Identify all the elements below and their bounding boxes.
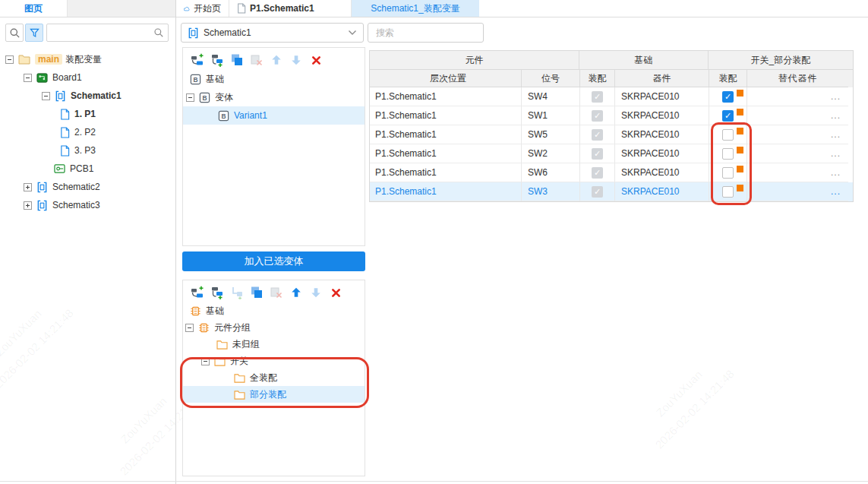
add-child-group-icon[interactable] [210, 286, 224, 299]
group-item-partial-assembly[interactable]: 部分装配 [183, 386, 365, 403]
variant-assemble-checkbox[interactable] [722, 167, 734, 179]
tree-item-board1[interactable]: Board1 [0, 68, 175, 87]
table-row[interactable]: P1.Schematic1 SW1 ✓ SKRPACE010 ✓ ... [370, 106, 853, 125]
base-assemble-checkbox[interactable]: ✓ [592, 110, 603, 122]
base-assemble-checkbox[interactable]: ✓ [592, 91, 603, 103]
group-item-base[interactable]: 基础 [183, 302, 365, 319]
collapse-icon[interactable] [201, 357, 210, 365]
variant-item-label: 基础 [206, 73, 224, 86]
tree-item-main-variants[interactable]: main 装配变量 [0, 50, 175, 68]
add-to-group-icon[interactable] [230, 286, 244, 299]
svg-text:B: B [202, 93, 207, 101]
delete-icon[interactable] [309, 53, 323, 67]
tree-item-schematic2[interactable]: Schematic2 [0, 178, 175, 196]
variant-assemble-checkbox[interactable]: ✓ [722, 110, 734, 122]
remove-variant-icon[interactable] [250, 53, 264, 67]
bottom-border [0, 481, 868, 482]
variant-group-label: 变体 [215, 91, 233, 104]
tab-p1-schematic1[interactable]: P1.Schematic1 [229, 0, 352, 17]
tree-item-page-p1[interactable]: 1. P1 [0, 105, 175, 123]
move-up-icon[interactable] [289, 286, 303, 299]
base-assemble-checkbox[interactable]: ✓ [592, 129, 603, 141]
remove-group-icon[interactable] [270, 286, 283, 299]
modified-marker [737, 109, 743, 115]
left-tab-bar: 图页 [0, 0, 175, 17]
cell-variant-assemble [709, 163, 747, 182]
tree-item-page-p3[interactable]: 3. P3 [0, 141, 175, 160]
table-row-selected[interactable]: P1.Schematic1 SW3 ✓ SKRPACE010 ... [370, 182, 853, 201]
cell-substitute[interactable]: ... [747, 144, 848, 163]
variant-group-variants[interactable]: B 变体 [183, 88, 365, 106]
cell-base-assemble: ✓ [580, 106, 615, 125]
copy-variant-icon[interactable] [230, 53, 244, 67]
tab-schematic1-variant[interactable]: Schematic1_装配变量 [352, 0, 479, 17]
cell-base-assemble: ✓ [580, 182, 615, 201]
search-mode-button[interactable] [5, 24, 24, 42]
collapse-icon[interactable] [186, 93, 194, 102]
delete-icon[interactable] [329, 286, 342, 299]
cell-variant-assemble [709, 125, 747, 144]
collapse-icon[interactable] [185, 324, 194, 332]
variant-item-variant1[interactable]: B Variant1 [183, 106, 365, 125]
move-down-icon[interactable] [289, 53, 303, 67]
cell-designator: SW2 [522, 144, 580, 163]
table-search-input[interactable] [374, 27, 477, 39]
col-header-variant-assemble: 装配 [709, 70, 747, 87]
collapse-icon[interactable] [42, 92, 50, 100]
more-icon: ... [831, 148, 841, 159]
group-item-ungrouped[interactable]: 未归组 [183, 336, 365, 353]
variant-assemble-checkbox[interactable] [722, 186, 734, 198]
chip-icon [190, 305, 201, 317]
add-to-selected-variant-button[interactable]: 加入已选变体 [182, 251, 365, 271]
move-down-icon[interactable] [309, 286, 323, 299]
add-group-icon[interactable] [191, 286, 204, 299]
base-assemble-checkbox[interactable]: ✓ [592, 186, 603, 198]
tree-item-label: Schematic2 [52, 182, 100, 192]
collapse-icon[interactable] [5, 55, 14, 64]
collapse-icon[interactable] [24, 74, 32, 82]
tree-item-schematic3[interactable]: Schematic3 [0, 196, 175, 214]
cell-hierarchy: P1.Schematic1 [370, 125, 522, 144]
variant-assemble-checkbox[interactable] [722, 129, 734, 141]
group-item-switch[interactable]: 开关 [183, 353, 365, 369]
tab-start-page[interactable]: 开始页 [176, 0, 229, 17]
page-icon [237, 3, 246, 14]
base-assemble-checkbox[interactable]: ✓ [592, 167, 603, 179]
variant-b-icon: B [218, 110, 229, 122]
variant-list-panel: B 基础 B 变体 B Variant1 [182, 47, 365, 246]
table-row[interactable]: P1.Schematic1 SW6 ✓ SKRPACE010 ... [370, 163, 853, 182]
tree-item-schematic1[interactable]: Schematic1 [0, 87, 175, 105]
expand-icon[interactable] [24, 183, 32, 191]
add-child-variant-icon[interactable] [210, 53, 224, 67]
cell-substitute[interactable]: ... [747, 182, 848, 201]
group-item-component-groups[interactable]: 元件分组 [183, 319, 365, 336]
cell-substitute[interactable]: ... [747, 163, 848, 182]
filter-button[interactable] [25, 24, 43, 42]
move-up-icon[interactable] [270, 53, 283, 67]
table-row[interactable]: P1.Schematic1 SW4 ✓ SKRPACE010 ✓ ... [370, 87, 853, 106]
cell-base-assemble: ✓ [580, 125, 615, 144]
group-item-label: 基础 [206, 305, 224, 318]
add-variant-icon[interactable] [191, 53, 204, 67]
cell-substitute[interactable]: ... [747, 87, 848, 106]
variant-item-base[interactable]: B 基础 [183, 70, 365, 88]
tree-item-page-p2[interactable]: 2. P2 [0, 123, 175, 141]
cell-substitute[interactable]: ... [747, 106, 848, 125]
variant-assemble-checkbox[interactable] [722, 148, 734, 160]
table-row[interactable]: P1.Schematic1 SW2 ✓ SKRPACE010 ... [370, 144, 853, 163]
left-search-input[interactable] [46, 24, 169, 42]
project-tree: main 装配变量 Board1 Schematic1 1. P1 2. P2 … [0, 50, 175, 214]
table-row[interactable]: P1.Schematic1 SW5 ✓ SKRPACE010 ... [370, 125, 853, 144]
cell-designator: SW6 [522, 163, 580, 182]
group-item-full-assembly[interactable]: 全装配 [183, 369, 365, 386]
schematic-select[interactable]: Schematic1 [181, 23, 364, 43]
copy-group-icon[interactable] [250, 286, 264, 299]
base-assemble-checkbox[interactable]: ✓ [592, 148, 603, 160]
variant-assemble-checkbox[interactable]: ✓ [722, 91, 734, 103]
cell-designator: SW4 [522, 87, 580, 106]
expand-icon[interactable] [24, 201, 32, 210]
cell-variant-assemble [709, 182, 747, 201]
tab-pages[interactable]: 图页 [0, 0, 68, 17]
cell-substitute[interactable]: ... [747, 125, 848, 144]
tree-item-pcb1[interactable]: PCB1 [0, 160, 175, 178]
